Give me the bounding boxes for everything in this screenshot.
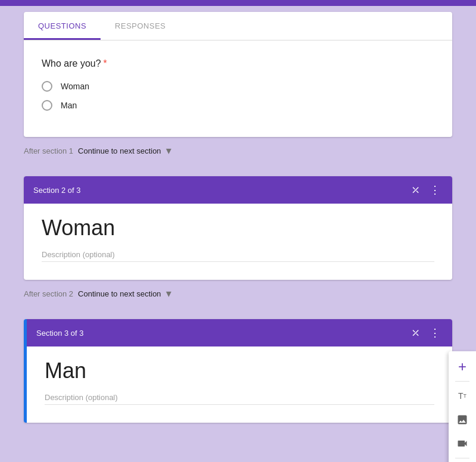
option-woman-label: Woman (61, 82, 89, 91)
section2-badge: Section 2 of 3 (33, 186, 81, 195)
section3-body: Man Description (optional) (27, 346, 452, 423)
section3-badge: Section 3 of 3 (36, 329, 84, 338)
floating-toolbar: + TT (449, 351, 476, 462)
required-indicator: * (104, 58, 107, 68)
option-man-label: Man (61, 101, 77, 110)
section3-title: Man (45, 358, 434, 383)
question-title: Who are you?* (42, 58, 434, 69)
section2-header: Section 2 of 3 ⤫ ⋮ (24, 176, 452, 204)
section2-actions: ⤫ ⋮ (409, 182, 443, 198)
toolbar-add-button[interactable]: + (452, 356, 473, 377)
option-woman[interactable]: Woman (42, 81, 434, 92)
toolbar-video-button[interactable] (452, 433, 473, 454)
tabs-container: QUESTIONS RESPONSES (24, 12, 452, 40)
tab-responses[interactable]: RESPONSES (101, 12, 180, 40)
after-section1-row: After section 1 Continue to next section… (24, 137, 452, 164)
section3-actions: ⤫ ⋮ (409, 325, 443, 341)
toolbar-image-button[interactable] (452, 409, 473, 430)
section2-body: Woman Description (optional) (24, 204, 452, 280)
after-section2-row: After section 2 Continue to next section… (24, 280, 452, 307)
after-section2-value: Continue to next section (78, 289, 161, 298)
top-bar (0, 0, 476, 6)
after-section1-dropdown[interactable]: ▾ (166, 144, 171, 157)
toolbar-text-button[interactable]: TT (452, 385, 473, 407)
section3-header: Section 3 of 3 ⤫ ⋮ (27, 319, 452, 346)
section2-description[interactable]: Description (optional) (42, 250, 434, 262)
after-section2-label: After section 2 (24, 289, 73, 298)
section3-collapse-icon[interactable]: ⤫ (409, 325, 422, 341)
after-section2-dropdown[interactable]: ▾ (166, 287, 171, 300)
section2-container: Section 2 of 3 ⤫ ⋮ Woman Description (op… (24, 176, 452, 280)
tab-questions[interactable]: QUESTIONS (24, 12, 101, 40)
section1-card: Who are you?* Woman Man (24, 40, 452, 137)
section3-description[interactable]: Description (optional) (45, 393, 434, 405)
after-section1-label: After section 1 (24, 146, 73, 155)
radio-circle-woman (42, 81, 52, 92)
option-man[interactable]: Man (42, 100, 434, 111)
section3-more-icon[interactable]: ⋮ (427, 325, 443, 341)
section2-title: Woman (42, 216, 434, 241)
section2-collapse-icon[interactable]: ⤫ (409, 182, 422, 198)
toolbar-divider-1 (455, 381, 469, 382)
after-section1-value: Continue to next section (78, 146, 161, 155)
radio-circle-man (42, 100, 52, 111)
toolbar-divider-2 (455, 458, 469, 458)
section3-container: Section 3 of 3 ⤫ ⋮ Man Description (opti… (24, 319, 452, 423)
section2-more-icon[interactable]: ⋮ (427, 182, 443, 198)
